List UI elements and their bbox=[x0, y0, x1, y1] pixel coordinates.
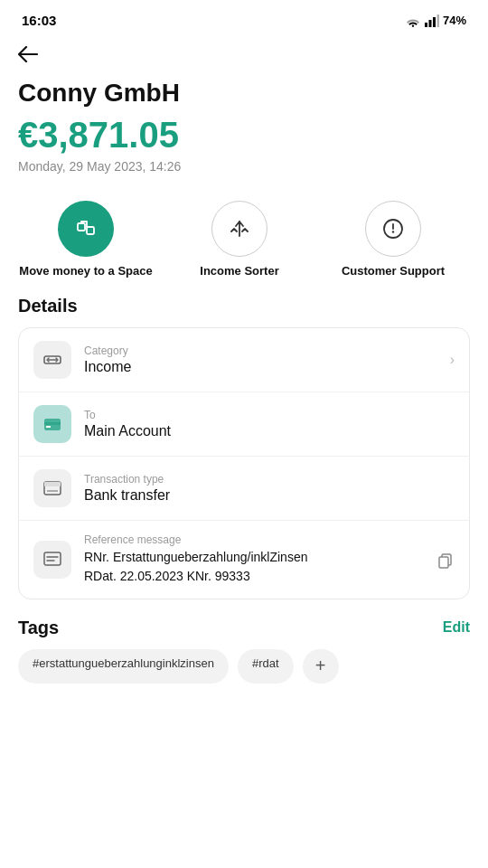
svg-rect-4 bbox=[78, 223, 85, 231]
back-arrow-icon bbox=[18, 46, 38, 62]
category-icon-bg bbox=[33, 341, 71, 379]
header bbox=[0, 35, 488, 70]
tags-row: #erstattungueberzahlunginklzinsen #rdat … bbox=[0, 649, 488, 702]
reference-value: RNr. Erstattungueberzahlung/inklZinsenRD… bbox=[84, 548, 424, 586]
svg-point-8 bbox=[392, 231, 394, 232]
transaction-type-value: Bank transfer bbox=[84, 487, 455, 504]
move-money-label: Move money to a Space bbox=[19, 264, 152, 279]
reference-content: Reference message RNr. Erstattungueberza… bbox=[84, 533, 424, 586]
details-section: Details Category Income › bbox=[0, 288, 488, 599]
to-value: Main Account bbox=[84, 423, 455, 439]
category-arrow-icon: › bbox=[450, 352, 455, 368]
detail-row-category[interactable]: Category Income › bbox=[19, 328, 469, 392]
transaction-type-icon-bg bbox=[33, 469, 71, 507]
svg-rect-11 bbox=[44, 422, 61, 425]
copy-icon[interactable] bbox=[436, 551, 455, 569]
income-sorter-icon-circle bbox=[211, 201, 267, 257]
details-card: Category Income › To Main Account bbox=[18, 327, 470, 599]
svg-rect-14 bbox=[44, 482, 61, 486]
tags-edit-button[interactable]: Edit bbox=[443, 619, 470, 636]
account-icon bbox=[42, 414, 62, 434]
move-money-icon bbox=[73, 216, 99, 241]
add-tag-button[interactable]: + bbox=[303, 649, 339, 684]
category-content: Category Income bbox=[84, 344, 437, 375]
svg-rect-1 bbox=[428, 20, 431, 27]
svg-rect-3 bbox=[436, 14, 439, 27]
to-label: To bbox=[84, 409, 455, 421]
svg-rect-12 bbox=[46, 426, 51, 428]
svg-rect-18 bbox=[439, 557, 448, 568]
to-content: To Main Account bbox=[84, 409, 455, 439]
transaction-amount: €3,871.05 bbox=[0, 111, 488, 157]
detail-row-reference: Reference message RNr. Erstattungueberza… bbox=[19, 521, 469, 599]
status-bar: 16:03 74% bbox=[0, 0, 488, 35]
customer-support-icon-circle bbox=[365, 201, 421, 257]
reference-label: Reference message bbox=[84, 533, 424, 546]
tag-chip-2[interactable]: #rdat bbox=[238, 649, 294, 684]
message-icon bbox=[42, 550, 62, 570]
status-icons: 74% bbox=[405, 14, 466, 27]
customer-support-icon bbox=[381, 217, 405, 241]
copy-icon-svg bbox=[436, 551, 455, 569]
svg-rect-5 bbox=[87, 227, 94, 234]
move-money-icon-circle bbox=[58, 201, 114, 257]
detail-row-to: To Main Account bbox=[19, 392, 469, 457]
category-icon bbox=[42, 350, 62, 370]
income-sorter-label: Income Sorter bbox=[200, 264, 278, 279]
bank-transfer-icon bbox=[42, 478, 62, 498]
details-title: Details bbox=[18, 296, 470, 316]
svg-rect-15 bbox=[47, 490, 58, 492]
battery-icon: 74% bbox=[443, 14, 466, 27]
transaction-type-content: Transaction type Bank transfer bbox=[84, 473, 455, 504]
tags-title: Tags bbox=[18, 618, 59, 638]
tag-chip-1[interactable]: #erstattungueberzahlunginklzinsen bbox=[18, 649, 229, 684]
company-name: Conny GmbH bbox=[0, 70, 488, 111]
action-income-sorter[interactable]: Income Sorter bbox=[163, 201, 316, 279]
category-value: Income bbox=[84, 359, 437, 375]
reference-icon-bg bbox=[33, 541, 71, 579]
customer-support-label: Customer Support bbox=[342, 264, 445, 279]
svg-rect-16 bbox=[44, 552, 61, 565]
svg-rect-0 bbox=[425, 23, 427, 27]
action-customer-support[interactable]: Customer Support bbox=[316, 201, 470, 279]
category-label: Category bbox=[84, 344, 437, 357]
to-icon-bg bbox=[33, 405, 71, 443]
status-time: 16:03 bbox=[22, 13, 56, 28]
svg-rect-2 bbox=[433, 17, 436, 27]
income-sorter-icon bbox=[228, 217, 251, 241]
action-move-money[interactable]: Move money to a Space bbox=[9, 201, 163, 279]
back-button[interactable] bbox=[18, 42, 38, 66]
actions-row: Move money to a Space Income Sorter Cust… bbox=[0, 192, 488, 288]
transaction-type-label: Transaction type bbox=[84, 473, 455, 486]
transaction-date: Monday, 29 May 2023, 14:26 bbox=[0, 157, 488, 192]
signal-icon bbox=[425, 14, 439, 27]
wifi-icon bbox=[405, 14, 421, 27]
tags-section: Tags Edit bbox=[0, 599, 488, 649]
detail-row-transaction-type: Transaction type Bank transfer bbox=[19, 457, 469, 521]
